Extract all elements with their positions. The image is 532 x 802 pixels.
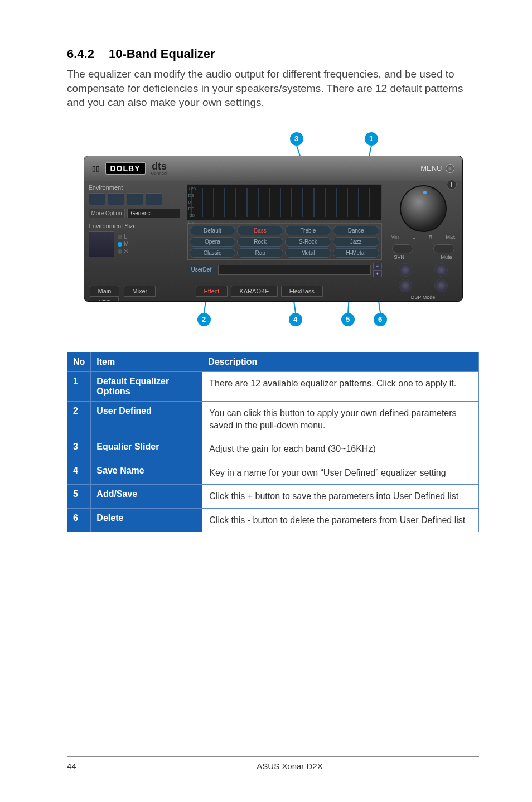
tab-main[interactable]: Main [90,286,120,297]
size-radio-m[interactable] [118,242,122,247]
more-option-select[interactable]: Generic [127,209,180,218]
preset-opera[interactable]: Opera [190,237,236,247]
row-description: There are 12 available equalizer pattern… [202,371,479,401]
size-s-label: S [124,248,128,254]
volume-knob[interactable] [400,185,447,232]
row-description: Click this + button to save the paramete… [202,485,479,509]
heading-number: 6.4.2 [67,47,94,61]
preset-classic[interactable]: Classic [190,248,236,258]
table-row: 4Save NameKey in a name for your own “Us… [67,461,479,485]
section-heading: 6.4.210-Band Equalizer [67,47,479,61]
tab-karaoke[interactable]: KARAOKE [231,286,277,297]
size-m-label: M [124,241,129,247]
row-no: 3 [67,437,91,461]
row-description: Key in a name for your own “User Defined… [202,461,479,485]
row-description: You can click this button to apply your … [202,401,479,437]
heading-title: 10-Band Equalizer [109,47,215,61]
screenshot-figure: 1 3 2 4 5 6 ▯▯ DOLBY dts Connect MENU [84,125,463,330]
userdef-select[interactable] [218,265,370,275]
row-item: User Defined [91,401,202,437]
eq-slider-graph[interactable]: +20 DB 0 DB -20 DB [187,184,382,221]
table-row: 1Default Equalizer OptionsThere are 12 a… [67,371,479,401]
app-window: ▯▯ DOLBY dts Connect MENU i Environment [84,156,463,302]
callout-4: 4 [289,313,302,326]
room-cube-icon [89,231,114,257]
callout-2: 2 [197,313,211,326]
dolby-logo-prefix: ▯▯ [92,165,100,172]
callout-5: 5 [341,313,355,326]
tab-flexbass[interactable]: FlexBass [281,286,323,297]
row-item: Default Equalizer Options [91,371,202,401]
environment-size-label: Environment Size [89,223,180,229]
knob-max: Max [446,234,455,240]
intro-paragraph: The equalizer can modify the audio outpu… [67,67,479,110]
env-preset-icon[interactable] [89,193,105,205]
table-row: 3Equalier SliderAdjust the gain for each… [67,437,479,461]
row-no: 2 [67,401,91,437]
info-icon[interactable]: i [447,180,457,190]
preset-rap[interactable]: Rap [237,248,283,258]
row-item: Add/Save [91,485,202,509]
dsp-icon[interactable] [434,263,448,277]
row-item: Delete [91,508,202,532]
eq-db-labels: +20 DB 0 DB -20 DB [188,186,196,226]
add-plus-button[interactable]: + [373,270,382,277]
svn-label: SVN [394,254,405,260]
table-row: 6DeleteClick this - button to delete the… [67,508,479,532]
description-table: No Item Description 1Default Equalizer O… [67,352,479,533]
callout-3: 3 [290,132,303,146]
table-row: 2User DefinedYou can click this button t… [67,401,479,437]
row-item: Save Name [91,461,202,485]
dsp-icon[interactable] [434,279,448,292]
row-no: 1 [67,371,91,401]
row-no: 6 [67,508,91,532]
preset-srock[interactable]: S-Rock [285,237,331,247]
tab-effect[interactable]: Effect [196,286,228,297]
dts-sub: Connect [151,171,168,176]
more-option-label: More Option [89,209,125,218]
size-radio-l[interactable] [118,235,122,239]
delete-minus-button[interactable]: − [373,263,382,269]
size-l-label: L [124,234,128,240]
preset-rock[interactable]: Rock [237,237,283,247]
mute-label: Mute [441,254,452,260]
title-bar: ▯▯ DOLBY dts Connect MENU [84,156,462,181]
preset-default[interactable]: Default [190,226,236,235]
tab-mixer[interactable]: Mixer [124,286,156,297]
callout-1: 1 [365,132,378,146]
preset-dance[interactable]: Dance [333,226,379,235]
dsp-icon[interactable] [399,279,412,292]
menu-label[interactable]: MENU [420,164,442,172]
size-radio-s[interactable] [118,249,122,254]
preset-treble[interactable]: Treble [285,226,331,235]
dts-logo: dts [152,161,167,171]
menu-button-icon[interactable] [446,164,454,173]
preset-metal[interactable]: Metal [285,248,331,258]
th-item: Item [91,352,202,371]
footer-title: ASUS Xonar D2X [100,761,479,771]
env-preset-icon[interactable] [146,193,162,205]
preset-hmetal[interactable]: H-Metal [333,248,379,258]
env-preset-icon[interactable] [108,193,124,205]
mute-toggle[interactable] [433,244,454,253]
svn-toggle[interactable] [392,244,413,253]
dsp-icon[interactable] [399,263,412,277]
userdef-button[interactable]: UserDef [187,265,216,274]
knob-l: L [412,234,415,240]
knob-r: R [429,234,433,240]
env-preset-icon[interactable] [127,193,143,205]
page-footer: 44 ASUS Xonar D2X [0,756,532,771]
tab-aec[interactable]: AEC [90,297,119,302]
th-no: No [67,352,91,371]
dolby-logo: DOLBY [105,162,146,175]
row-description: Adjust the gain for each band (30~16KHz) [202,437,479,461]
row-no: 5 [67,485,91,509]
page-number: 44 [67,761,100,771]
preset-highlight-box: Default Bass Treble Dance Opera Rock S-R… [187,223,382,260]
preset-jazz[interactable]: Jazz [333,237,379,247]
callout-6: 6 [374,313,387,326]
th-description: Description [202,352,479,371]
row-no: 4 [67,461,91,485]
preset-bass[interactable]: Bass [237,226,283,235]
knob-min: Min [391,234,399,240]
